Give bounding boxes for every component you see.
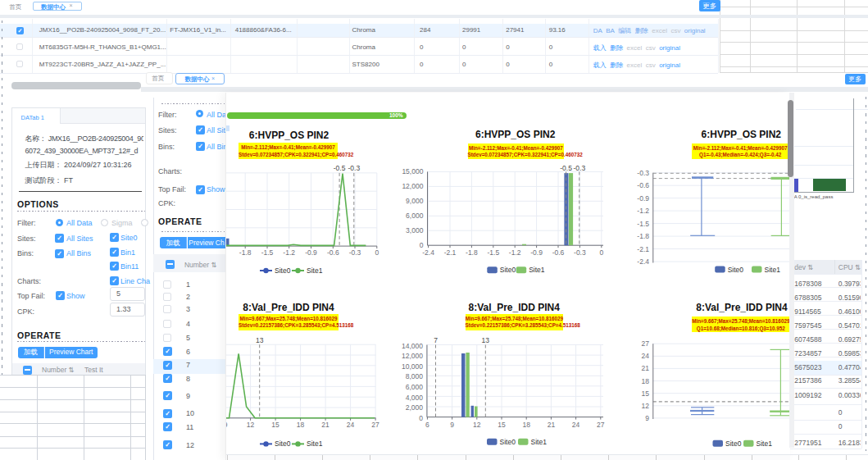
svg-text:-1.2: -1.2 <box>637 207 649 215</box>
svg-text:Site1: Site1 <box>765 266 781 274</box>
svg-text:-0.6: -0.6 <box>552 248 565 257</box>
svg-text:4,000: 4,000 <box>406 394 424 402</box>
svg-text:9: 9 <box>450 421 454 429</box>
svg-text:-0.3: -0.3 <box>348 164 360 172</box>
svg-text:-1.5: -1.5 <box>261 248 274 257</box>
svg-text:18: 18 <box>522 421 530 429</box>
svg-text:0: 0 <box>599 248 603 257</box>
svg-text:-2.1: -2.1 <box>637 245 649 253</box>
svg-text:-0.5: -0.5 <box>334 164 346 172</box>
svg-text:Site1: Site1 <box>757 440 773 448</box>
svg-text:27: 27 <box>597 421 605 429</box>
svg-text:18: 18 <box>297 421 305 429</box>
svg-text:24: 24 <box>572 421 580 429</box>
svg-text:-1.5: -1.5 <box>487 248 499 257</box>
svg-text:-0.9: -0.9 <box>637 194 649 203</box>
svg-text:15: 15 <box>642 389 650 398</box>
svg-text:Site0: Site0 <box>728 266 744 274</box>
svg-text:15: 15 <box>498 421 506 429</box>
svg-text:21: 21 <box>548 421 556 429</box>
svg-text:Site1: Site1 <box>307 266 323 275</box>
svg-text:-2.1: -2.1 <box>444 248 457 257</box>
svg-text:Site0: Site0 <box>275 440 291 448</box>
svg-text:10,000: 10,000 <box>402 362 423 371</box>
svg-text:12: 12 <box>642 402 650 410</box>
svg-text:-1.8: -1.8 <box>239 248 252 257</box>
svg-text:12: 12 <box>247 421 255 429</box>
svg-text:3,000: 3,000 <box>406 226 424 235</box>
svg-text:Site1: Site1 <box>531 438 548 446</box>
svg-text:15: 15 <box>271 421 279 429</box>
svg-text:9: 9 <box>226 421 228 429</box>
svg-text:-0.6: -0.6 <box>327 248 339 257</box>
svg-text:8,000: 8,000 <box>406 372 424 380</box>
svg-text:12: 12 <box>473 421 481 429</box>
svg-text:-0.9: -0.9 <box>305 248 317 257</box>
svg-text:24: 24 <box>642 352 650 360</box>
svg-text:Site0: Site0 <box>500 266 516 274</box>
svg-text:Site0: Site0 <box>275 266 291 275</box>
svg-text:-1.2: -1.2 <box>283 248 295 257</box>
svg-text:-0.3: -0.3 <box>574 248 586 257</box>
svg-text:-0.9: -0.9 <box>530 248 543 257</box>
svg-text:Site1: Site1 <box>307 440 323 448</box>
svg-text:Site1: Site1 <box>529 266 545 274</box>
svg-text:0: 0 <box>419 414 423 422</box>
svg-text:-0.6: -0.6 <box>637 181 649 189</box>
svg-text:-0.3: -0.3 <box>349 248 361 257</box>
svg-text:12,000: 12,000 <box>402 182 423 190</box>
svg-text:-1.5: -1.5 <box>637 220 649 228</box>
svg-text:13: 13 <box>482 336 490 344</box>
svg-text:14,000: 14,000 <box>402 342 423 350</box>
svg-text:-0.3: -0.3 <box>637 169 649 177</box>
svg-text:-1.8: -1.8 <box>637 232 649 240</box>
svg-text:-2.4: -2.4 <box>637 257 649 266</box>
svg-text:15,000: 15,000 <box>402 167 423 175</box>
svg-text:-0.3: -0.3 <box>573 164 585 172</box>
svg-text:0: 0 <box>375 248 379 257</box>
svg-text:24: 24 <box>347 421 355 429</box>
svg-text:-2.4: -2.4 <box>422 248 434 257</box>
svg-text:21: 21 <box>321 421 329 429</box>
svg-text:27: 27 <box>642 339 650 348</box>
svg-text:9: 9 <box>645 414 649 422</box>
svg-text:Site0: Site0 <box>725 440 742 448</box>
svg-text:13: 13 <box>256 336 264 344</box>
svg-text:12,000: 12,000 <box>402 352 423 360</box>
svg-text:6,000: 6,000 <box>406 383 424 391</box>
svg-text:2,000: 2,000 <box>406 403 424 412</box>
svg-text:-1.8: -1.8 <box>466 248 478 257</box>
svg-text:-0.5: -0.5 <box>560 164 572 172</box>
svg-text:9,000: 9,000 <box>406 197 424 205</box>
svg-text:6: 6 <box>425 421 429 429</box>
svg-text:21: 21 <box>642 364 650 372</box>
svg-text:18: 18 <box>642 377 650 385</box>
svg-text:-1.2: -1.2 <box>509 248 521 257</box>
svg-text:Site0: Site0 <box>500 438 516 446</box>
svg-text:7: 7 <box>434 336 438 344</box>
svg-text:6,000: 6,000 <box>406 212 424 220</box>
svg-text:27: 27 <box>371 421 379 429</box>
